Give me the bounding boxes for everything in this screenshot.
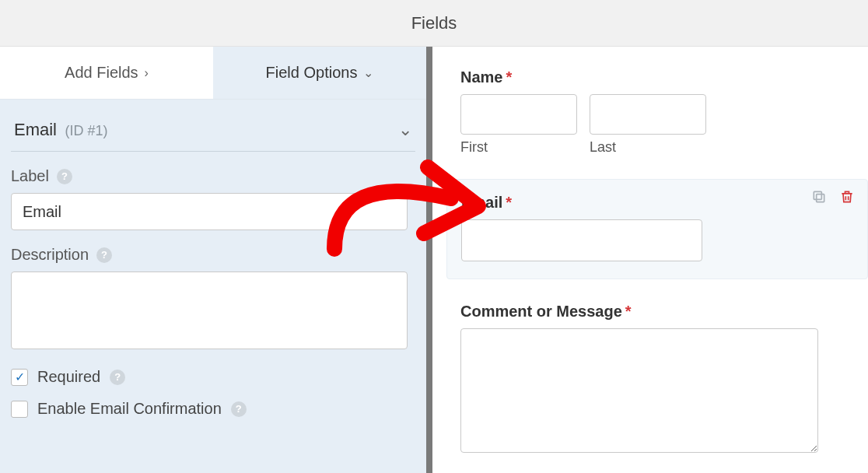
required-checkbox[interactable]: ✓ — [11, 369, 28, 386]
field-header-toggle[interactable]: Email (ID #1) ⌄ — [11, 114, 415, 152]
first-name-input[interactable] — [460, 94, 577, 135]
email-input[interactable] — [461, 219, 702, 261]
required-label: Required — [37, 368, 100, 386]
svg-rect-1 — [814, 191, 821, 199]
chevron-down-icon: ⌄ — [363, 65, 373, 80]
message-field-label: Comment or Message* — [460, 303, 854, 321]
tab-field-options[interactable]: Field Options ⌄ — [213, 47, 426, 99]
form-preview: Name* First Last Email* C — [432, 47, 868, 473]
page-header: Fields — [0, 0, 868, 47]
required-star-icon: * — [506, 194, 512, 211]
confirm-row[interactable]: Enable Email Confirmation ? — [11, 400, 415, 418]
name-field-label: Name* — [460, 68, 854, 86]
field-title: Email — [14, 120, 57, 139]
description-input[interactable] — [11, 272, 408, 349]
description-field-label: Description — [11, 246, 89, 264]
help-icon[interactable]: ? — [231, 401, 247, 417]
confirm-label: Enable Email Confirmation — [37, 400, 222, 418]
svg-rect-0 — [817, 194, 824, 202]
help-icon[interactable]: ? — [57, 169, 72, 184]
help-icon[interactable]: ? — [96, 247, 112, 263]
duplicate-icon[interactable] — [811, 189, 828, 206]
required-row[interactable]: ✓ Required ? — [11, 368, 415, 386]
chevron-down-icon: ⌄ — [398, 120, 412, 140]
last-sublabel: Last — [590, 139, 706, 156]
message-input[interactable] — [460, 328, 818, 453]
confirm-checkbox[interactable] — [11, 401, 28, 418]
tab-add-fields-label: Add Fields — [65, 64, 138, 82]
settings-panel: Add Fields › Field Options ⌄ Email (ID #… — [0, 47, 432, 473]
required-star-icon: * — [506, 68, 512, 86]
email-field-block[interactable]: Email* — [446, 179, 868, 279]
label-field-label: Label — [11, 167, 49, 185]
tab-field-options-label: Field Options — [266, 64, 358, 82]
required-star-icon: * — [625, 303, 632, 320]
first-sublabel: First — [460, 139, 577, 156]
label-input[interactable] — [11, 193, 408, 230]
last-name-input[interactable] — [590, 94, 706, 135]
trash-icon[interactable] — [839, 189, 856, 206]
help-icon[interactable]: ? — [110, 370, 125, 385]
email-field-label: Email* — [461, 194, 853, 212]
chevron-right-icon: › — [145, 66, 149, 80]
field-id: (ID #1) — [65, 123, 107, 138]
page-title: Fields — [411, 13, 457, 33]
tab-add-fields[interactable]: Add Fields › — [0, 47, 213, 99]
check-icon: ✓ — [15, 370, 25, 384]
